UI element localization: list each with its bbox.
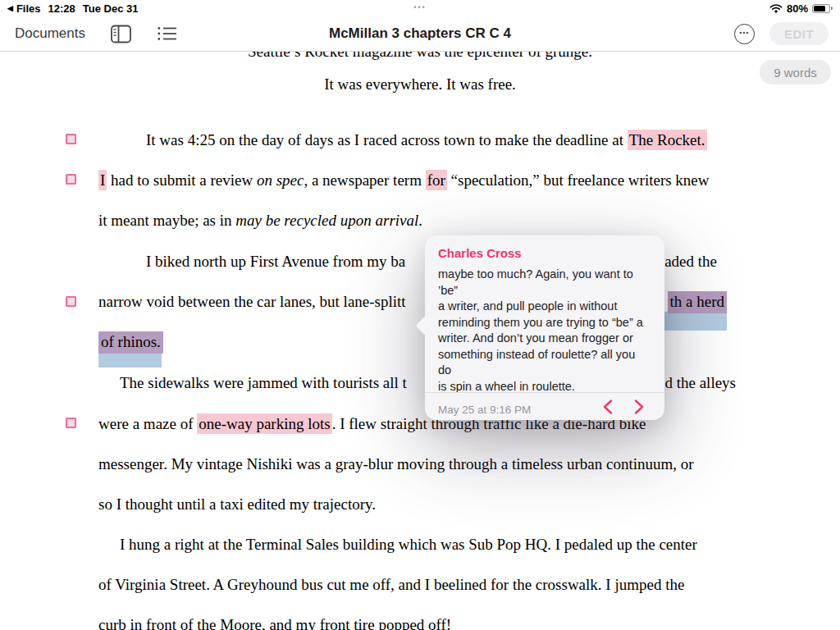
previous-comment-button[interactable] [602,399,614,415]
sidebar-toggle-button[interactable] [111,25,132,43]
text-segment: narrow void between the car lanes, but l… [98,293,406,310]
text-selection [664,312,727,331]
word-count-badge: 9 words [760,60,831,84]
text-segment: I biked north up First Avenue from my ba [146,253,405,270]
text-segment: . [418,212,422,229]
text-segment: aded the [664,253,717,270]
text-segment: a newspaper term [308,171,426,189]
comment-text-line: a writer, and pull people in without [438,299,651,315]
comment-nav [425,392,664,420]
highlighted-text[interactable]: one-way parking lots [197,413,331,434]
date: Tue Dec 31 [83,2,139,15]
comment-text-line: reminding them you are trying to “be” a [438,315,651,331]
text-segment: were a maze of [98,415,197,432]
document-title: McMillan 3 chapters CR C 4 [329,25,511,42]
chevron-left-icon [602,399,614,415]
chevron-right-icon [633,399,645,415]
back-to-files-button[interactable]: ◀ Files [7,2,41,15]
multitask-handle[interactable]: ••• [413,3,426,11]
documents-button[interactable]: Documents [15,25,85,42]
wifi-icon [769,3,783,13]
text-line: I had to submit a review on spec, a news… [98,170,740,190]
text-segment: may be recycled upon arrival [235,212,418,229]
text-line: I hung a right at the Terminal Sales bui… [98,534,740,555]
comment-popover: Charles Cross maybe too much? Again, you… [425,235,664,420]
text-line: It was everywhere. It was free. [0,74,840,94]
text-segment: had to submit a review [107,171,257,189]
text-segment: The sidewalks were jammed with tourists … [120,374,407,391]
status-bar-left: ◀ Files 12:28 Tue Dec 31 [7,2,138,15]
clock: 12:28 [48,2,75,15]
text-line: it meant maybe; as in may be recycled up… [98,210,740,231]
comment-body: maybe too much? Again, you want to ’be”a… [438,267,651,395]
toolbar: Documents McMillan 3 chapters CR C 4 •••… [0,16,840,52]
comment-marker[interactable] [66,134,76,144]
text-segment: It was everywhere. It was free. [324,75,516,93]
battery-percent: 80% [787,2,808,15]
highlighted-text[interactable]: of rhinos. [98,331,163,354]
text-fragment-right: d the alleys [664,372,736,393]
next-comment-button[interactable] [633,399,645,415]
battery-icon [812,4,833,13]
text-fragment-right: th a herd [668,291,727,312]
status-bar: ◀ Files 12:28 Tue Dec 31 ••• 80% [0,0,840,16]
text-segment: “speculation,” but freelance writers kne… [447,171,710,189]
outline-view-button[interactable] [158,25,177,42]
text-segment: messenger. My vintage Nishiki was a gray… [98,455,694,472]
comment-marker[interactable] [66,296,76,307]
comment-text-line: writer. And don’t you mean frogger or [438,331,651,347]
list-icon [158,25,177,42]
more-options-button[interactable]: ••• [734,24,755,44]
back-label: Files [16,2,41,15]
document-page[interactable]: Seattle’s Rocket magazine was the epicen… [0,0,840,630]
text-segment: curb in front of the Moore, and my front… [98,616,451,630]
text-line: curb in front of the Moore, and my front… [98,614,740,630]
text-line: of Virginia Street. A Greyhound bus cut … [98,574,740,595]
comment-marker[interactable] [66,418,76,428]
text-segment: I hung a right at the Terminal Sales bui… [120,536,697,553]
text-segment: of Virginia Street. A Greyhound bus cut … [98,576,684,593]
comment-author: Charles Cross [438,246,651,260]
text-segment: it meant maybe; as in [98,212,235,229]
text-segment: on spec, [257,171,308,189]
text-segment: It was 4:25 on the day of days as I race… [146,131,628,148]
text-line: so I thought until a taxi edited my traj… [98,494,740,514]
text-line: messenger. My vintage Nishiki was a gray… [98,454,740,474]
back-triangle-icon: ◀ [7,5,13,12]
ellipsis-icon: ••• [739,29,749,36]
text-segment: d the alleys [664,374,736,391]
text-segment: so I thought until a taxi edited my traj… [98,495,376,513]
highlighted-text[interactable]: for [426,170,447,190]
edit-button[interactable]: EDIT [769,22,829,45]
highlighted-text[interactable]: The Rocket. [628,130,707,150]
comment-text-line: something instead of roulette? all you d… [438,347,651,379]
highlighted-text[interactable]: I [98,170,107,190]
status-bar-right: 80% [769,2,833,15]
sidebar-icon [111,25,132,43]
popover-content: Charles Cross maybe too much? Again, you… [425,235,664,416]
comment-text-line: maybe too much? Again, you want to ’be” [438,267,651,299]
text-line: It was 4:25 on the day of days as I race… [98,130,740,150]
highlighted-text[interactable]: th a herd [668,291,727,313]
text-fragment-right: aded the [664,251,717,272]
text-selection [98,351,162,368]
comment-marker[interactable] [66,174,76,185]
